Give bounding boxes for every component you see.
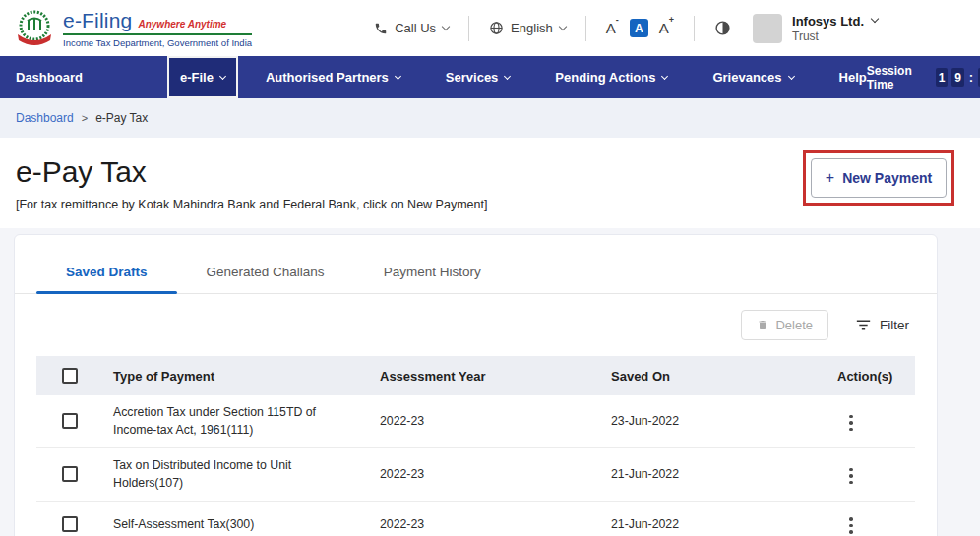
cell-assessment-year: 2022-23: [370, 517, 601, 531]
cell-type-of-payment: Accretion Tax under Section 115TD of Inc…: [103, 403, 370, 440]
nav-item-grievances[interactable]: Grievances: [712, 70, 793, 85]
session-digit: 1: [936, 68, 948, 87]
language-selector[interactable]: English: [489, 21, 566, 35]
breadcrumb-dashboard-link[interactable]: Dashboard: [16, 111, 74, 125]
call-us-label: Call Us: [395, 21, 436, 35]
font-increase-button[interactable]: A+: [659, 20, 674, 36]
row-checkbox[interactable]: [62, 413, 78, 429]
font-decrease-button[interactable]: A-: [606, 20, 619, 36]
globe-icon: [489, 21, 504, 35]
brand-name: e-Filing: [63, 9, 132, 32]
chevron-down-icon: [504, 73, 511, 80]
cell-type-of-payment: Tax on Distributed Income to Unit Holder…: [103, 456, 370, 493]
chevron-down-icon: [395, 73, 401, 80]
user-name: Infosys Ltd.: [792, 14, 864, 29]
nav-item-pending-actions[interactable]: Pending Actions: [555, 70, 667, 85]
national-emblem-icon: [14, 8, 55, 49]
cell-assessment-year: 2022-23: [370, 414, 601, 428]
column-header-assessment-year: Assessment Year: [370, 369, 601, 384]
column-header-saved-on: Saved On: [601, 369, 827, 384]
row-actions-menu-icon[interactable]: [841, 411, 861, 436]
chevron-down-icon: [442, 22, 450, 30]
table-row: Tax on Distributed Income to Unit Holder…: [36, 448, 915, 502]
chevron-down-icon: [559, 22, 567, 30]
tab-bar: Saved Drafts Generated Challans Payment …: [15, 235, 937, 294]
divider: [585, 16, 586, 41]
nav-item-e-file[interactable]: e-File: [167, 56, 238, 98]
row-actions-menu-icon[interactable]: [841, 513, 861, 536]
filter-button[interactable]: Filter: [856, 318, 909, 332]
e-pay-tax-card: Saved Drafts Generated Challans Payment …: [14, 234, 938, 536]
breadcrumb: Dashboard > e-Pay Tax: [0, 98, 980, 138]
plus-icon: +: [826, 169, 834, 187]
table-header-row: Type of Payment Assessment Year Saved On…: [36, 356, 915, 395]
table-toolbar: Delete Filter: [15, 294, 937, 352]
filter-icon: [856, 319, 871, 331]
content-area: Saved Drafts Generated Challans Payment …: [0, 228, 980, 536]
cell-assessment-year: 2022-23: [370, 467, 601, 481]
user-menu[interactable]: Infosys Ltd. Trust: [753, 14, 878, 43]
tab-payment-history[interactable]: Payment History: [354, 259, 511, 293]
contrast-toggle-icon[interactable]: [714, 20, 731, 36]
breadcrumb-separator: >: [82, 112, 88, 124]
session-separator: :: [969, 70, 973, 85]
delete-button[interactable]: Delete: [741, 310, 828, 340]
divider: [468, 16, 469, 41]
row-checkbox[interactable]: [62, 516, 78, 532]
brand-tagline: Anywhere Anytime: [138, 19, 226, 30]
saved-drafts-table: Type of Payment Assessment Year Saved On…: [36, 356, 915, 536]
font-size-controls: A- A A+: [606, 19, 674, 37]
column-header-type: Type of Payment: [103, 369, 370, 384]
language-label: English: [511, 21, 553, 35]
select-all-checkbox[interactable]: [62, 368, 78, 384]
top-header: e-Filing Anywhere Anytime Income Tax Dep…: [0, 0, 980, 56]
table-row: Self-Assessment Tax(300) 2022-23 21-Jun-…: [36, 502, 915, 536]
table-row: Accretion Tax under Section 115TD of Inc…: [36, 395, 915, 448]
page-header: e-Pay Tax [For tax remittance by Kotak M…: [0, 138, 980, 228]
brand-subtitle: Income Tax Department, Government of Ind…: [63, 37, 252, 48]
annotation-highlight-box: + New Payment: [803, 150, 954, 206]
trash-icon: [757, 319, 768, 331]
divider: [694, 16, 695, 41]
chevron-down-icon: [871, 15, 879, 23]
avatar: [753, 14, 782, 43]
phone-icon: [374, 22, 388, 35]
column-header-actions: Action(s): [827, 369, 915, 384]
font-normal-button[interactable]: A: [630, 19, 648, 37]
cell-saved-on: 23-Jun-2022: [601, 414, 827, 428]
nav-item-help[interactable]: Help: [839, 70, 867, 85]
cell-type-of-payment: Self-Assessment Tax(300): [103, 515, 370, 533]
cell-saved-on: 21-Jun-2022: [601, 467, 827, 481]
nav-item-authorised-partners[interactable]: Authorised Partners: [266, 70, 400, 85]
session-digit: 9: [951, 68, 963, 87]
call-us-menu[interactable]: Call Us: [374, 21, 449, 35]
breadcrumb-current: e-Pay Tax: [95, 111, 148, 125]
user-role: Trust: [792, 30, 878, 43]
tab-generated-challans[interactable]: Generated Challans: [177, 259, 354, 293]
row-checkbox[interactable]: [62, 466, 78, 482]
tab-saved-drafts[interactable]: Saved Drafts: [36, 259, 177, 293]
chevron-down-icon: [661, 73, 668, 80]
site-logo: e-Filing Anywhere Anytime Income Tax Dep…: [14, 8, 252, 49]
chevron-down-icon: [219, 73, 226, 80]
new-payment-button[interactable]: + New Payment: [811, 158, 947, 198]
chevron-down-icon: [788, 73, 795, 80]
session-timer: Session Time 1 9 : 4 1: [867, 64, 980, 91]
main-navigation: Dashboard e-File Authorised Partners Ser…: [0, 56, 980, 98]
nav-item-services[interactable]: Services: [446, 70, 511, 85]
nav-item-dashboard[interactable]: Dashboard: [16, 70, 83, 85]
cell-saved-on: 21-Jun-2022: [601, 517, 827, 531]
row-actions-menu-icon[interactable]: [841, 464, 861, 489]
